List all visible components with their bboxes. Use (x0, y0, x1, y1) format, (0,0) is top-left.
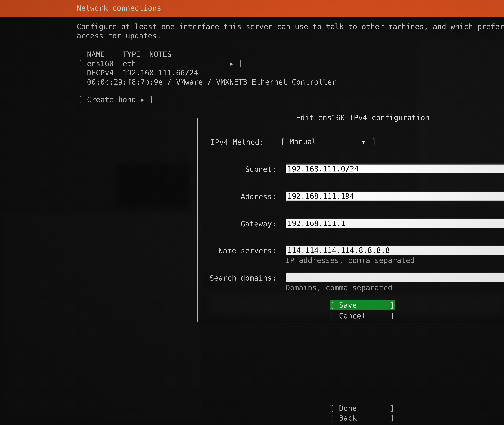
bracket-close: ] (372, 137, 376, 146)
header-bar: Network connections [ Help ] (0, 0, 504, 17)
bracket-open: [ (330, 311, 334, 320)
bracket-open: [ (330, 404, 334, 413)
gateway-input[interactable] (285, 218, 504, 228)
address-input[interactable] (285, 191, 504, 200)
save-button[interactable]: [ Save ] (330, 300, 395, 310)
name-servers-label: Name servers: (198, 246, 276, 256)
subnet-input[interactable] (285, 164, 504, 173)
nic-row-ens160[interactable]: [ ens160 eth - ▸ ] (78, 59, 243, 68)
subnet-row: Subnet: (198, 165, 504, 175)
nic-table-header: NAME TYPE NOTES (78, 50, 172, 59)
bracket-close: ] (390, 311, 395, 320)
create-bond-button[interactable]: [ Create bond ▸ ] (78, 95, 154, 104)
page-title: Network connections (77, 4, 161, 13)
nic-mac-info: 00:0c:29:f8:7b:9e / VMware / VMXNET3 Eth… (78, 78, 336, 87)
footer-buttons: [ Done ] [ Back ] (330, 403, 395, 423)
ipv4-method-select[interactable]: [ Manual ▼ ] (280, 137, 376, 147)
nic-dhcp-info: DHCPv4 192.168.111.66/24 (78, 68, 198, 78)
bracket-close: ] (390, 404, 395, 413)
search-domains-row: Search domains: (198, 274, 504, 283)
ipv4-method-label: IPv4 Method: (198, 138, 264, 147)
ipv4-method-row: IPv4 Method: [ Manual ▼ ] (198, 138, 504, 147)
bracket-open: [ (330, 413, 334, 423)
bracket-open: [ (280, 137, 285, 146)
subnet-label: Subnet: (198, 165, 276, 174)
chevron-down-icon: ▼ (362, 137, 365, 146)
installer-screen: Network connections [ Help ] Configure a… (0, 0, 504, 425)
done-button-label: Done (339, 404, 357, 413)
done-button[interactable]: [ Done ] (330, 403, 395, 413)
back-button-label: Back (339, 413, 357, 423)
name-servers-row: Name servers: (198, 246, 504, 256)
cancel-button[interactable]: [ Cancel ] (330, 311, 395, 321)
save-button-label: Save (339, 301, 357, 310)
cancel-button-label: Cancel (339, 311, 366, 320)
bracket-close: ] (390, 413, 395, 423)
address-label: Address: (198, 192, 276, 201)
back-button[interactable]: [ Back ] (330, 413, 395, 423)
gateway-row: Gateway: (198, 219, 504, 229)
search-domains-helper: Domains, comma separated (285, 283, 392, 292)
search-domains-input[interactable] (285, 272, 504, 282)
dialog-title: Edit ens160 IPv4 configuration (292, 113, 434, 122)
name-servers-helper: IP addresses, comma separated (285, 256, 415, 265)
address-row: Address: (198, 192, 504, 202)
name-servers-input[interactable] (285, 245, 504, 255)
edit-ipv4-dialog: Edit ens160 IPv4 configuration IPv4 Meth… (197, 113, 504, 322)
intro-text: Configure at least one interface this se… (77, 22, 504, 41)
search-domains-label: Search domains: (198, 274, 276, 283)
gateway-label: Gateway: (198, 219, 276, 229)
bracket-close: ] (390, 301, 395, 310)
background-ghost (4, 212, 202, 421)
ipv4-method-value: Manual (290, 137, 316, 146)
background-ghost (115, 164, 189, 208)
bracket-open: [ (330, 301, 334, 310)
